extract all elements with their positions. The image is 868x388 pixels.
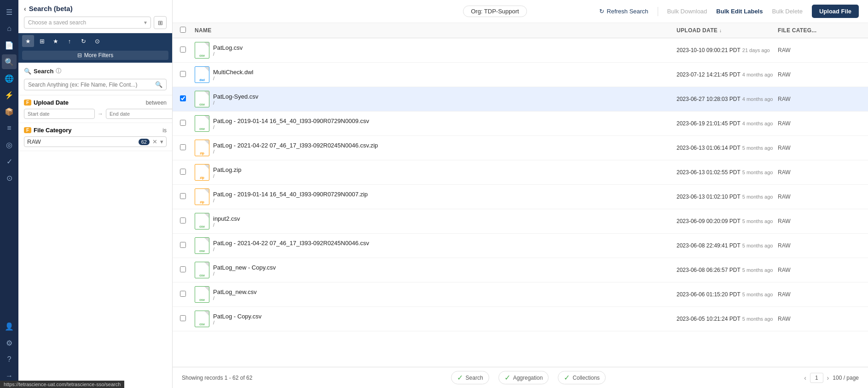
- filter-settings-button[interactable]: ⊙: [91, 35, 103, 47]
- collections-status-pill[interactable]: ✓ Collections: [558, 371, 606, 384]
- row-checkbox[interactable]: [180, 193, 186, 199]
- row-checkbox[interactable]: [180, 315, 186, 321]
- file-icon: zip: [195, 140, 209, 156]
- table-row[interactable]: csv PatLog-Syed.csv / 2023-06-27 10:28:0…: [173, 87, 868, 112]
- header-date-col[interactable]: Upload Date ↓: [677, 27, 778, 34]
- aggregation-status-pill[interactable]: ✓ Aggregation: [498, 371, 549, 384]
- row-checkbox[interactable]: [180, 144, 186, 150]
- file-category-remove-icon[interactable]: ✕: [152, 138, 157, 145]
- more-filters-button[interactable]: ⊟ More Filters: [22, 51, 168, 60]
- table-row[interactable]: zip PatLog - 2021-04-22 07_46_17_I393-09…: [173, 136, 868, 160]
- nav-box-icon[interactable]: 📦: [2, 104, 17, 119]
- search-input-row: 🔍: [24, 79, 167, 90]
- grid-view-button[interactable]: ⊞: [154, 16, 167, 29]
- search-info-icon[interactable]: ⓘ: [56, 67, 61, 75]
- file-icon: zip: [195, 164, 209, 181]
- aggregation-check-icon: ✓: [504, 373, 510, 382]
- filter-star-button[interactable]: ★: [50, 35, 62, 47]
- row-checkbox[interactable]: [180, 291, 186, 297]
- table-row[interactable]: zip PatLog - 2019-01-14 16_54_40_I393-09…: [173, 185, 868, 209]
- upload-file-button[interactable]: Upload File: [812, 5, 859, 18]
- file-info: PatLog - 2019-01-14 16_54_40_I393-090R07…: [213, 191, 677, 203]
- file-date-main: 2023-06-13 01:02:10 PDT: [677, 194, 741, 200]
- nav-pipeline-icon[interactable]: ⚡: [2, 88, 17, 102]
- search-check-icon: ✓: [457, 373, 463, 382]
- header-category-col: FILE CATEG...: [778, 27, 861, 34]
- table-row[interactable]: csv PatLog - Copy.csv / 2023-06-05 10:21…: [173, 307, 868, 331]
- filter-all-button[interactable]: ★: [22, 35, 34, 47]
- select-all-checkbox[interactable]: [180, 27, 186, 33]
- filter-share-button[interactable]: ↑: [64, 35, 75, 47]
- table-row[interactable]: csv input2.csv / 2023-06-09 00:20:09 PDT…: [173, 209, 868, 234]
- file-category-dropdown-icon[interactable]: ▾: [160, 138, 163, 145]
- file-type-label: csv: [199, 54, 205, 57]
- start-date-input[interactable]: [24, 109, 95, 119]
- row-checkbox[interactable]: [180, 120, 186, 126]
- upload-date-filter-header: F Upload Date between: [24, 99, 167, 106]
- search-status-pill[interactable]: ✓ Search: [451, 371, 489, 384]
- end-date-input[interactable]: [106, 109, 173, 119]
- file-category-col: RAW: [778, 218, 861, 224]
- next-page-button[interactable]: ›: [827, 374, 829, 382]
- table-row[interactable]: csv PatLog.csv / 2023-10-10 09:00:21 PDT…: [173, 38, 868, 63]
- file-category-col: RAW: [778, 194, 861, 200]
- file-date-main: 2023-06-13 01:02:55 PDT: [677, 169, 741, 176]
- saved-search-dropdown[interactable]: Choose a saved search ▾: [24, 17, 151, 29]
- table-row[interactable]: csv PatLog_new - Copy.csv / 2023-06-08 0…: [173, 258, 868, 282]
- refresh-search-button[interactable]: ↻ Refresh Search: [599, 8, 648, 15]
- file-path: /: [213, 76, 677, 81]
- nav-check-icon[interactable]: ✓: [2, 154, 17, 169]
- row-checkbox[interactable]: [180, 266, 186, 272]
- sidebar: ‹ Search (beta) Choose a saved search ▾ …: [18, 0, 173, 388]
- nav-globe2-icon[interactable]: ◎: [2, 137, 17, 152]
- upload-date-filter-mode: between: [146, 100, 167, 106]
- bulk-delete-button[interactable]: Bulk Delete: [772, 8, 802, 15]
- row-checkbox[interactable]: [180, 242, 186, 248]
- nav-globe-icon[interactable]: 🌐: [2, 71, 17, 86]
- row-checkbox[interactable]: [180, 95, 186, 101]
- table-row[interactable]: csv PatLog - 2019-01-14 16_54_40_I393-09…: [173, 112, 868, 136]
- file-category-filter: F File Category is RAW 62 ✕ ▾: [18, 123, 172, 151]
- nav-layers-icon[interactable]: ≡: [2, 121, 17, 135]
- row-checkbox[interactable]: [180, 47, 186, 53]
- file-name: PatLog_new - Copy.csv: [213, 264, 677, 271]
- file-category-tag-row[interactable]: RAW 62 ✕ ▾: [24, 136, 167, 147]
- file-path: /: [213, 247, 677, 252]
- file-type-label: csv: [199, 225, 205, 228]
- nav-search-icon[interactable]: 🔍: [2, 54, 17, 69]
- nav-menu-icon[interactable]: ☰: [2, 5, 17, 19]
- file-icon: csv: [195, 42, 209, 59]
- table-row[interactable]: csv PatLog - 2021-04-22 07_46_17_I393-09…: [173, 234, 868, 258]
- table-row[interactable]: csv PatLog_new.csv / 2023-06-06 01:15:20…: [173, 282, 868, 307]
- upload-date-filter: F Upload Date between → 📅: [18, 95, 172, 123]
- table-row[interactable]: zip PatLog.zip / 2023-06-13 01:02:55 PDT…: [173, 160, 868, 185]
- bulk-edit-labels-button[interactable]: Bulk Edit Labels: [716, 8, 763, 15]
- row-name-col: zip PatLog - 2019-01-14 16_54_40_I393-09…: [195, 188, 677, 205]
- back-arrow-icon[interactable]: ‹: [24, 5, 26, 12]
- search-submit-icon[interactable]: 🔍: [155, 81, 162, 88]
- nav-files-icon[interactable]: 📄: [2, 38, 17, 53]
- file-icon: csv: [195, 286, 209, 303]
- current-page[interactable]: 1: [810, 373, 823, 383]
- file-type-label: csv: [199, 298, 205, 301]
- row-checkbox[interactable]: [180, 71, 186, 77]
- table-row[interactable]: dwl MultiCheck.dwl / 2023-07-12 14:21:45…: [173, 63, 868, 87]
- file-date-main: 2023-06-13 01:06:14 PDT: [677, 145, 741, 151]
- file-icon: csv: [195, 262, 209, 278]
- collections-check-icon: ✓: [564, 373, 570, 382]
- prev-page-button[interactable]: ‹: [804, 374, 806, 382]
- search-input[interactable]: [28, 82, 153, 88]
- row-checkbox[interactable]: [180, 218, 186, 223]
- file-date-main: 2023-06-08 22:49:41 PDT: [677, 242, 741, 249]
- nav-user-icon[interactable]: 👤: [2, 319, 17, 334]
- nav-help-icon[interactable]: ?: [2, 352, 17, 367]
- bulk-download-button[interactable]: Bulk Download: [667, 8, 707, 15]
- file-date-main: 2023-10-10 09:00:21 PDT: [677, 47, 741, 53]
- nav-code-icon[interactable]: ⊙: [2, 170, 17, 185]
- filter-saved-button[interactable]: ⊞: [36, 35, 48, 47]
- row-checkbox[interactable]: [180, 169, 186, 175]
- nav-home-icon[interactable]: ⌂: [2, 21, 17, 36]
- file-date-main: 2023-07-12 14:21:45 PDT: [677, 71, 741, 78]
- nav-settings-icon[interactable]: ⚙: [2, 335, 17, 350]
- filter-refresh-button[interactable]: ↻: [77, 35, 89, 47]
